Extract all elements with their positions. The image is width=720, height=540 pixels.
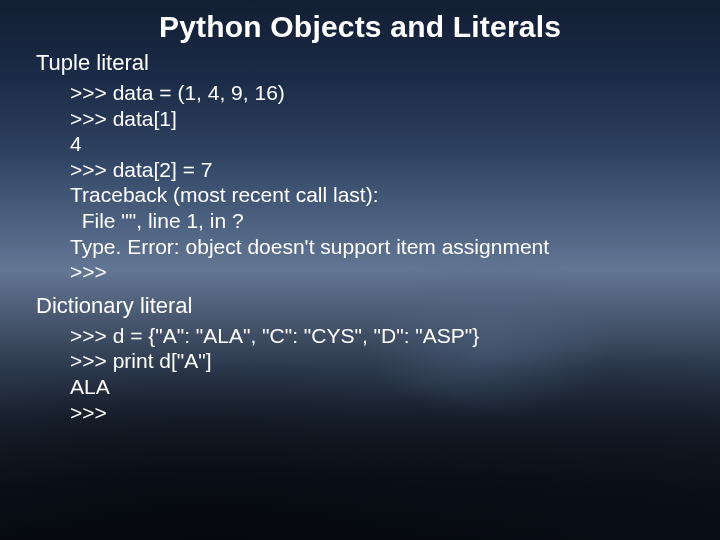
section-label-tuple: Tuple literal xyxy=(36,50,684,76)
code-block-dictionary: >>> d = {"A": "ALA", "C": "CYS", "D": "A… xyxy=(70,323,684,425)
slide-content: Python Objects and Literals Tuple litera… xyxy=(0,0,720,425)
section-label-dictionary: Dictionary literal xyxy=(36,293,684,319)
code-block-tuple: >>> data = (1, 4, 9, 16) >>> data[1] 4 >… xyxy=(70,80,684,285)
slide-title: Python Objects and Literals xyxy=(36,10,684,44)
slide: Python Objects and Literals Tuple litera… xyxy=(0,0,720,540)
